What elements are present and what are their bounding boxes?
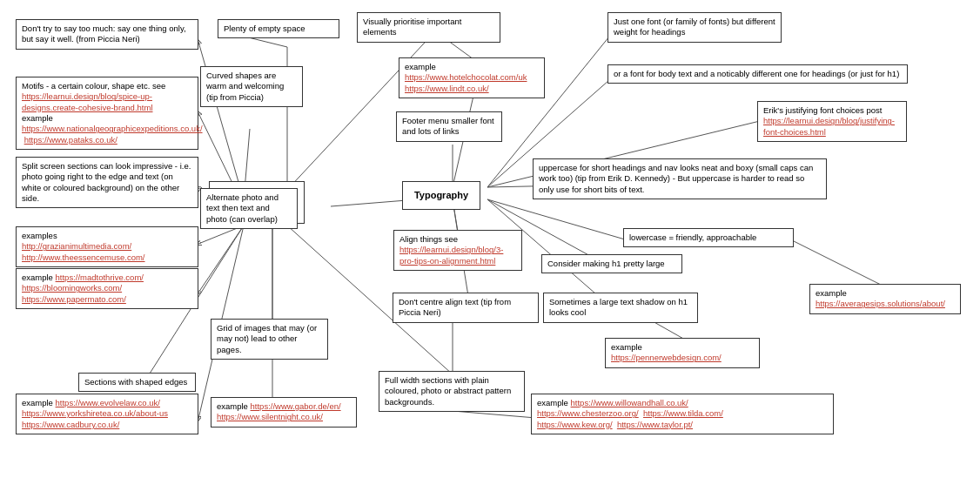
node-average: example https://averagesips.solutions/ab… bbox=[809, 284, 961, 314]
svg-line-29 bbox=[453, 411, 536, 418]
node-align: Align things see https://learnui.design/… bbox=[393, 230, 522, 271]
motifs-link3[interactable]: https://www.pataks.co.uk/ bbox=[24, 135, 117, 145]
willow-link3[interactable]: https://www.tilda.com/ bbox=[643, 408, 723, 418]
made-link2[interactable]: https://bloomingworks.com/ bbox=[22, 283, 122, 293]
hotel-link1[interactable]: https://www.hotelchocolat.com/uk bbox=[405, 72, 527, 82]
node-footer: Footer menu smaller font and lots of lin… bbox=[396, 111, 502, 142]
hotel-link2[interactable]: https://www.lindt.co.uk/ bbox=[405, 84, 489, 93]
node-visually-prioritise: Visually prioritise important elements bbox=[357, 12, 500, 43]
node-alternate: Alternate photo and text then text and p… bbox=[200, 188, 298, 229]
penner-link[interactable]: https://pennerwebdesign.com/ bbox=[611, 353, 722, 362]
node-willow: example https://www.willowandhall.co.uk/… bbox=[531, 394, 834, 434]
node-one-font: Just one font (or family of fonts) but d… bbox=[607, 12, 782, 43]
node-hotel: example https://www.hotelchocolat.com/uk… bbox=[399, 57, 545, 98]
willow-link4[interactable]: https://www.kew.org/ bbox=[537, 420, 613, 429]
average-link[interactable]: https://averagesips.solutions/about/ bbox=[816, 299, 945, 308]
align-link[interactable]: https://learnui.design/blog/3-pro-tips-o… bbox=[399, 245, 503, 265]
willow-link5[interactable]: https://www.taylor.pt/ bbox=[617, 420, 693, 429]
evolve-link1[interactable]: https://www.evolvelaw.co.uk/ bbox=[56, 398, 160, 407]
gabor-link1[interactable]: https://www.gabor.de/en/ bbox=[251, 401, 341, 411]
node-split-screen: Split screen sections can look impressiv… bbox=[16, 157, 198, 208]
node-gabor: example https://www.gabor.de/en/ https:/… bbox=[211, 397, 357, 428]
node-grid: Grid of images that may (or may not) lea… bbox=[211, 319, 328, 360]
motifs-link1[interactable]: https://learnui.design/blog/spice-up-des… bbox=[22, 91, 153, 111]
node-sections-shaped: Sections with shaped edges bbox=[78, 373, 196, 392]
eriks-link[interactable]: https://learnui.design/blog/justifying-f… bbox=[763, 116, 895, 136]
node-uppercase: uppercase for short headings and nav loo… bbox=[533, 158, 827, 199]
made-link1[interactable]: https://madtothrive.com/ bbox=[56, 273, 144, 282]
node-dont-say: Don't try to say too much: say one thing… bbox=[16, 19, 198, 50]
willow-link2[interactable]: https://www.chesterzoo.org/ bbox=[537, 408, 639, 418]
svg-line-26 bbox=[790, 239, 886, 287]
node-evolve: example https://www.evolvelaw.co.uk/ htt… bbox=[16, 394, 198, 434]
mind-map: Web Design Tips and Ideas Typography Don… bbox=[0, 0, 980, 478]
svg-line-3 bbox=[287, 31, 435, 190]
node-lowercase: lowercase = friendly, approachable bbox=[623, 228, 794, 247]
willow-link1[interactable]: https://www.willowandhall.co.uk/ bbox=[571, 398, 688, 407]
node-plenty-empty: Plenty of empty space bbox=[218, 19, 339, 38]
node-eriks: Erik's justifying font choices post http… bbox=[757, 101, 907, 142]
node-motifs: Motifs - a certain colour, shape etc. se… bbox=[16, 77, 198, 150]
node-text-shadow: Sometimes a large text shadow on h1 look… bbox=[543, 293, 698, 323]
svg-line-10 bbox=[198, 226, 244, 293]
node-font-body: or a font for body text and a noticably … bbox=[607, 64, 908, 84]
node-made: example https://madtothrive.com/ https:/… bbox=[16, 268, 198, 309]
examples-link1[interactable]: http://grazianimultimedia.com/ bbox=[22, 241, 131, 251]
evolve-link2[interactable]: https://www.yorkshiretea.co.uk/about-us bbox=[22, 408, 168, 418]
gabor-link2[interactable]: https://www.silentnight.co.uk/ bbox=[217, 412, 323, 421]
node-penner: example https://pennerwebdesign.com/ bbox=[605, 338, 760, 368]
motifs-link2[interactable]: https://www.nationalgeographicexpedition… bbox=[22, 124, 203, 133]
examples-link2[interactable]: http://www.theessencemuse.com/ bbox=[22, 252, 145, 262]
typography-node: Typography bbox=[402, 181, 480, 210]
node-examples-split: examples http://grazianimultimedia.com/ … bbox=[16, 226, 198, 267]
evolve-link3[interactable]: https://www.cadbury.co.uk/ bbox=[22, 420, 119, 429]
node-dont-centre: Don't centre align text (tip from Piccia… bbox=[393, 293, 539, 323]
typography-label: Typography bbox=[414, 190, 468, 200]
made-link3[interactable]: https://www.papermato.com/ bbox=[22, 294, 126, 304]
node-full-width: Full width sections with plain coloured,… bbox=[379, 371, 525, 412]
node-curved: Curved shapes are warm and welcoming (ti… bbox=[200, 66, 303, 107]
node-h1: Consider making h1 pretty large bbox=[541, 254, 682, 273]
